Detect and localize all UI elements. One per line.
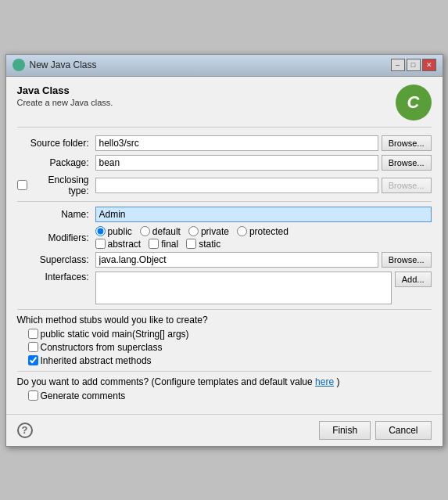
source-folder-browse-button[interactable]: Browse... [382, 135, 432, 151]
package-label: Package: [17, 157, 95, 168]
window-icon [13, 59, 25, 71]
page-subtitle: Create a new Java class. [17, 98, 113, 107]
source-folder-row: Source folder: Browse... [17, 135, 432, 151]
modifiers-row: Modifiers: public default private protec… [17, 226, 432, 250]
dialog-footer: ? Finish Cancel [6, 414, 443, 446]
interfaces-add-button[interactable]: Add... [395, 272, 432, 287]
divider-1 [17, 201, 432, 202]
footer-buttons: Finish Cancel [319, 421, 431, 440]
superclass-browse-button[interactable]: Browse... [382, 252, 432, 268]
name-row: Name: [17, 207, 432, 222]
dialog-content: Java Class Create a new Java class. C So… [6, 77, 443, 414]
stub-inherited[interactable]: Inherited abstract methods [28, 355, 432, 366]
interfaces-row: Interfaces: Add... [17, 272, 432, 304]
divider-3 [17, 371, 432, 372]
interfaces-textarea[interactable] [95, 272, 392, 304]
title-bar: New Java Class – □ ✕ [6, 55, 443, 77]
footer-left: ? [17, 423, 33, 438]
superclass-input[interactable] [95, 252, 378, 268]
modifier-private[interactable]: private [188, 226, 229, 237]
divider-2 [17, 309, 432, 310]
stubs-question: Which method stubs would you like to cre… [17, 315, 432, 326]
stub-constructors[interactable]: Constructors from superclass [28, 342, 432, 353]
modifier-protected[interactable]: protected [237, 226, 289, 237]
enclosing-type-label[interactable]: Enclosing type: [30, 174, 89, 196]
enclosing-type-row: Enclosing type: Browse... [17, 174, 432, 196]
cancel-button[interactable]: Cancel [375, 421, 431, 440]
modifiers-content: public default private protected abstrac… [95, 226, 289, 250]
comments-options: Generate comments [17, 390, 432, 401]
title-bar-left: New Java Class [13, 59, 97, 71]
enclosing-label-area: Enclosing type: [17, 174, 95, 196]
modifier-final[interactable]: final [149, 239, 178, 250]
name-label: Name: [17, 209, 95, 220]
finish-button[interactable]: Finish [319, 421, 371, 440]
modifiers-radio-group: public default private protected [95, 226, 289, 237]
enclosing-type-input[interactable] [95, 178, 378, 193]
close-button[interactable]: ✕ [422, 59, 436, 71]
comments-section: Do you want to add comments? (Configure … [17, 376, 432, 401]
enclosing-type-checkbox[interactable] [17, 180, 27, 190]
modifier-public[interactable]: public [95, 226, 132, 237]
source-folder-label: Source folder: [17, 138, 95, 149]
enclosing-type-browse-button[interactable]: Browse... [382, 178, 432, 193]
interfaces-label: Interfaces: [17, 272, 95, 282]
modifier-static[interactable]: static [186, 239, 220, 250]
stubs-section: Which method stubs would you like to cre… [17, 315, 432, 366]
modifier-abstract[interactable]: abstract [95, 239, 142, 250]
help-icon[interactable]: ? [17, 423, 33, 438]
title-bar-buttons: – □ ✕ [391, 59, 436, 71]
page-title: Java Class [17, 85, 113, 96]
name-input[interactable] [95, 207, 432, 222]
header-text: Java Class Create a new Java class. [17, 85, 113, 107]
stubs-options: public static void main(String[] args) C… [17, 329, 432, 366]
dialog-window: New Java Class – □ ✕ Java Class Create a… [5, 54, 443, 447]
modifiers-check-group: abstract final static [95, 239, 289, 250]
header-section: Java Class Create a new Java class. C [17, 85, 432, 128]
configure-templates-link[interactable]: here [315, 376, 334, 387]
maximize-button[interactable]: □ [407, 59, 421, 71]
stub-main[interactable]: public static void main(String[] args) [28, 329, 432, 340]
java-logo-icon: C [396, 85, 432, 121]
generate-comments-checkbox[interactable]: Generate comments [28, 390, 432, 401]
modifier-default[interactable]: default [140, 226, 181, 237]
package-input[interactable] [95, 155, 378, 171]
package-row: Package: Browse... [17, 155, 432, 171]
source-folder-input[interactable] [95, 135, 378, 151]
window-title: New Java Class [30, 59, 97, 70]
comments-question: Do you want to add comments? (Configure … [17, 376, 432, 387]
package-browse-button[interactable]: Browse... [382, 155, 432, 171]
minimize-button[interactable]: – [391, 59, 405, 71]
modifiers-label: Modifiers: [17, 232, 95, 243]
superclass-row: Superclass: Browse... [17, 252, 432, 268]
superclass-label: Superclass: [17, 254, 95, 265]
